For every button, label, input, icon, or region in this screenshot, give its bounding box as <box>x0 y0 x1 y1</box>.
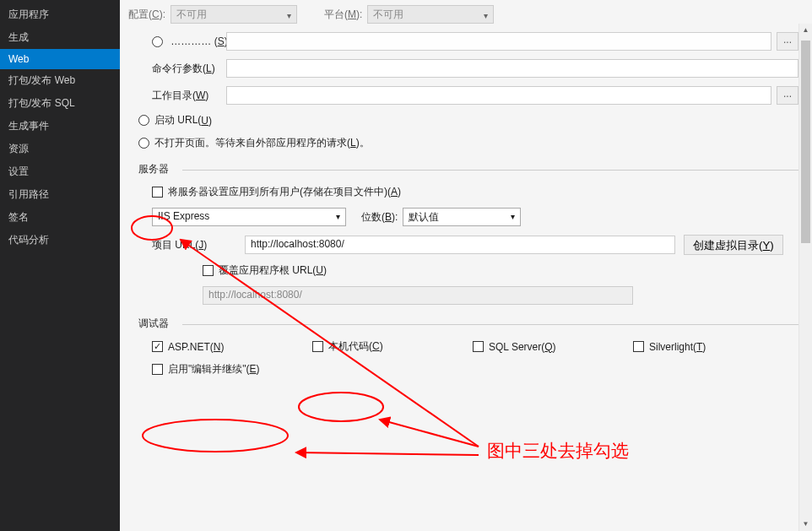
sidebar-item-pkgweb[interactable]: 打包/发布 Web <box>0 69 120 92</box>
scroll-down-icon[interactable]: ▼ <box>799 517 812 531</box>
sidebar-item-pkgsql[interactable]: 打包/发布 SQL <box>0 92 120 115</box>
project-url-label: 项目 URL(J) <box>152 238 245 252</box>
bitness-label: 位数(B): <box>361 210 398 225</box>
chevron-down-icon: ▾ <box>336 212 340 221</box>
native-code-checkbox[interactable]: 本机代码(C) <box>312 339 383 354</box>
server-type-select[interactable]: IIS Express▾ <box>152 208 346 226</box>
svg-line-5 <box>380 420 479 447</box>
override-root-input: http://localhost:8080/ <box>203 286 633 305</box>
server-legend: 服务器 <box>138 163 176 175</box>
workdir-browse-button[interactable]: ... <box>777 86 798 105</box>
main-panel: 配置(C): 不可用▾ 平台(M): 不可用▾ ………… (S) ... 命令行… <box>120 0 812 531</box>
cmd-args-input[interactable] <box>226 59 798 78</box>
scroll-up-icon[interactable]: ▲ <box>799 24 812 37</box>
sidebar-item-resources[interactable]: 资源 <box>0 138 120 160</box>
svg-point-3 <box>143 420 288 452</box>
sidebar-item-refpaths[interactable]: 引用路径 <box>0 183 120 206</box>
scrollbar-thumb[interactable] <box>801 41 810 243</box>
sidebar-item-buildevents[interactable]: 生成事件 <box>0 115 120 138</box>
truncated-input[interactable] <box>226 32 771 51</box>
annotation-text: 图中三处去掉勾选 <box>487 439 629 463</box>
svg-line-6 <box>296 452 479 455</box>
workdir-label: 工作目录(W) <box>138 89 226 103</box>
sidebar-item-web[interactable]: Web <box>0 49 120 69</box>
apply-all-checkbox[interactable]: 将服务器设置应用到所有用户(存储在项目文件中)(A) <box>152 185 401 199</box>
sidebar-item-app[interactable]: 应用程序 <box>0 3 120 26</box>
project-url-input[interactable]: http://localhost:8080/ <box>245 236 675 254</box>
silverlight-checkbox[interactable]: Silverlight(T) <box>633 341 706 353</box>
chevron-down-icon: ▾ <box>511 212 515 221</box>
chevron-down-icon: ▾ <box>484 9 488 23</box>
create-vdir-button[interactable]: 创建虚拟目录(Y) <box>684 235 783 255</box>
ellipsis-button[interactable]: ... <box>777 32 798 51</box>
server-group: 服务器 将服务器设置应用到所有用户(存储在项目文件中)(A) IIS Expre… <box>138 162 798 305</box>
svg-point-2 <box>299 393 383 421</box>
platform-label: 平台(M): <box>324 8 362 22</box>
config-combo[interactable]: 不可用▾ <box>171 5 297 24</box>
debugger-group: 调试器 ASP.NET(N) 本机代码(C) SQL Server(Q) Sil… <box>138 317 798 377</box>
config-label: 配置(C): <box>128 8 165 22</box>
edit-continue-checkbox[interactable]: 启用"编辑并继续"(E) <box>152 362 260 377</box>
workdir-input[interactable] <box>226 86 771 105</box>
sidebar-item-build[interactable]: 生成 <box>0 26 120 49</box>
override-root-checkbox[interactable]: 覆盖应用程序根 URL(U) <box>203 263 327 278</box>
bitness-select[interactable]: 默认值▾ <box>403 208 521 226</box>
cmd-args-label: 命令行参数(L) <box>138 62 226 76</box>
sql-server-checkbox[interactable]: SQL Server(Q) <box>473 341 556 353</box>
sidebar-item-codeanalysis[interactable]: 代码分析 <box>0 229 120 252</box>
no-open-radio[interactable]: 不打开页面。等待来自外部应用程序的请求(L)。 <box>138 136 370 150</box>
vertical-scrollbar[interactable]: ▲ ▼ <box>798 24 812 531</box>
platform-combo[interactable]: 不可用▾ <box>367 5 494 24</box>
sidebar-item-settings[interactable]: 设置 <box>0 160 120 183</box>
topbar: 配置(C): 不可用▾ 平台(M): 不可用▾ <box>120 0 812 29</box>
debugger-legend: 调试器 <box>138 317 176 329</box>
sidebar-item-signing[interactable]: 签名 <box>0 206 120 229</box>
aspnet-checkbox[interactable]: ASP.NET(N) <box>152 341 224 353</box>
truncated-radio-row: ………… (S) <box>138 35 226 47</box>
sidebar: 应用程序 生成 Web 打包/发布 Web 打包/发布 SQL 生成事件 资源 … <box>0 0 120 531</box>
start-url-radio[interactable]: 启动 URL(U) <box>138 113 226 127</box>
chevron-down-icon: ▾ <box>287 9 291 23</box>
